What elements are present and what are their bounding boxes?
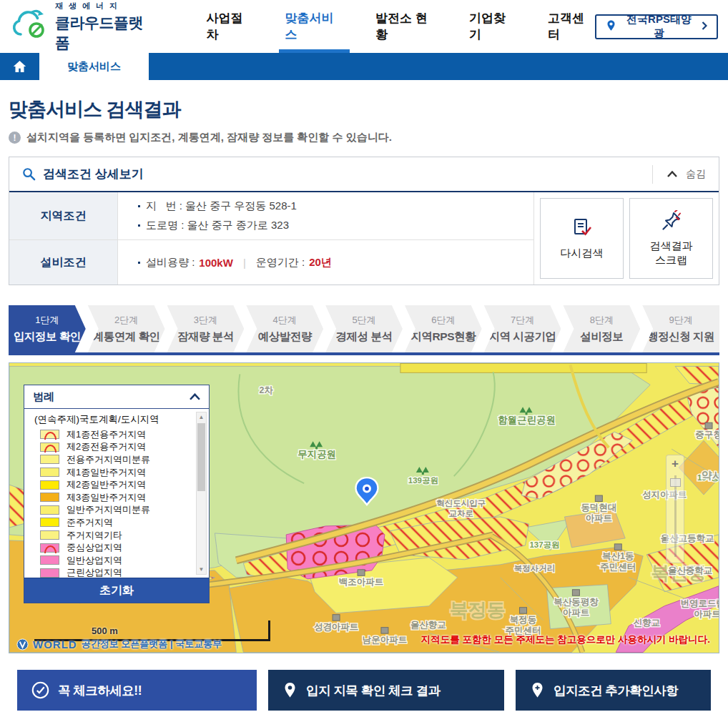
legend-item-label: 주거지역기타 [67, 529, 122, 542]
legend-item-9: 중심상업지역 [30, 541, 193, 554]
facility-line: 설비용량 : 100kW | 운영기간 : 20년 [138, 256, 526, 269]
check-reminder-panel[interactable]: 꼭 체크하세요!! [17, 670, 257, 711]
logo[interactable]: 재생에너지 클라우드플랫폼 [10, 1, 154, 53]
search-again-button[interactable]: 다시검색 [540, 198, 624, 279]
facility-condition-label: 설비조건 [9, 240, 118, 285]
svg-text:울산향교: 울산향교 [410, 620, 446, 630]
step-1[interactable]: 1단계입지정보 확인 [9, 305, 86, 352]
search-panel-title: 검색조건 상세보기 [43, 166, 144, 182]
map-zoom-control: + [666, 455, 684, 563]
legend-item-8: 주거지역기타 [30, 529, 193, 542]
legend-title: 범례 [33, 390, 190, 404]
search-actions: 다시검색 검색결과스크랩 [534, 192, 719, 285]
step-5[interactable]: 5단계경제성 분석 [325, 305, 403, 352]
scrap-result-button[interactable]: 검색결과스크랩 [629, 198, 713, 279]
svg-text:약사: 약사 [702, 469, 719, 481]
search-panel-header: 검색조건 상세보기 숨김 [9, 157, 719, 191]
svg-text:울산중학교: 울산중학교 [668, 565, 712, 575]
svg-text:아파트: 아파트 [586, 513, 612, 523]
legend-item-label: 제1종일반주거지역 [67, 466, 146, 479]
legend-item-5: 제3종일반주거지역 [30, 491, 193, 504]
legend-swatch [40, 430, 59, 439]
zoom-slider-thumb[interactable] [670, 478, 681, 487]
legend-scrollbar[interactable]: ▲ ▼ [196, 412, 207, 575]
scrollbar-thumb[interactable] [197, 423, 205, 491]
step-7[interactable]: 7단계지역 시공기업 [484, 305, 561, 352]
land-category-result-panel[interactable]: 입지 지목 확인 체크 결과 [268, 670, 504, 711]
nav-item-4[interactable]: 고객센터 [548, 0, 595, 53]
svg-text:주민센터: 주민센터 [600, 562, 636, 572]
info-icon: ! [9, 132, 21, 144]
search-icon [22, 167, 36, 181]
legend-item-11: 근린상업지역 [30, 567, 193, 578]
legend-list: 제1종전용주거지역제2종전용주거지역전용주거지역미분류제1종일반주거지역제2종일… [30, 428, 193, 578]
additional-conditions-panel[interactable]: 입지조건 추가확인사항 [516, 670, 711, 711]
legend-reset-button[interactable]: 초기화 [24, 578, 209, 603]
legend-item-10: 일반상업지역 [30, 554, 193, 567]
legend-swatch [40, 455, 59, 464]
step-2[interactable]: 2단계계통연계 확인 [88, 305, 165, 352]
legend-item-label: 전용주거지역미분류 [67, 453, 150, 466]
legend-swatch [40, 518, 59, 527]
home-button[interactable] [0, 53, 39, 80]
step-8[interactable]: 8단계설비정보 [563, 305, 640, 352]
svg-text:남운아파트: 남운아파트 [363, 635, 407, 645]
svg-text:무지공원: 무지공원 [297, 449, 336, 460]
search-condition-panel: 검색조건 상세보기 숨김 지역조건 지 번 : 울산 중구 우정동 528-1 … [9, 157, 719, 285]
step-6[interactable]: 6단계지역RPS현황 [405, 305, 482, 352]
nav-item-1[interactable]: 맞춤서비스 [285, 0, 344, 53]
region-condition-label: 지역조건 [9, 192, 118, 239]
legend-item-label: 제2종일반주거지역 [67, 478, 146, 491]
svg-text:신향교: 신향교 [634, 618, 660, 628]
svg-text:137공원: 137공원 [529, 540, 559, 549]
rps-map-button[interactable]: 전국RPS태양광 [595, 14, 718, 39]
legend-swatch [40, 568, 59, 578]
legend-swatch [40, 480, 59, 490]
nav-item-3[interactable]: 기업찾기 [469, 0, 516, 53]
page-notice-text: 설치지역을 등록하면 입지조건, 계통연계, 잠재량 정보를 확인할 수 있습니… [26, 131, 392, 144]
legend-collapse-icon[interactable] [190, 393, 200, 400]
step-9[interactable]: 9단계행정신청 지원 [642, 305, 719, 352]
legend-swatch [40, 505, 59, 515]
svg-text:2차: 2차 [260, 385, 274, 395]
logo-subtitle: 재생에너지 [55, 1, 154, 11]
scroll-down-icon[interactable]: ▼ [197, 565, 206, 574]
legend-item-0: 제1종전용주거지역 [30, 428, 193, 441]
svg-text:번영로드림파: 번영로드림파 [681, 598, 719, 608]
zoom-in-button[interactable]: + [666, 455, 684, 473]
page-title: 맞춤서비스 검색결과 [9, 97, 719, 122]
map-container[interactable]: 북정동복산동2차함월근린공원무지공원139공원154공원혁신도시입구교차로중구청… [9, 362, 719, 653]
svg-text:북정사거리: 북정사거리 [514, 564, 555, 573]
legend-panel: 범례 (연속주제)국토계획/도시지역 제1종전용주거지역제2종전용주거지역전용주… [24, 385, 210, 603]
legend-swatch [40, 493, 59, 502]
legend-item-label: 제2종전용주거지역 [67, 440, 146, 453]
search-again-label: 다시검색 [561, 246, 604, 260]
zoom-slider-track[interactable] [674, 475, 677, 557]
nav-item-0[interactable]: 사업절차 [206, 0, 253, 53]
step-3[interactable]: 3단계잠재량 분석 [167, 305, 245, 352]
pin-plus-icon [530, 681, 545, 699]
collapse-toggle[interactable]: 숨김 [652, 165, 706, 184]
vworld-brand: WORLD [33, 638, 77, 651]
breadcrumb-active-tab[interactable]: 맞춤서비스 [39, 53, 149, 80]
search-panel-title-row: 검색조건 상세보기 [22, 166, 652, 182]
legend-swatch [40, 543, 59, 553]
header: 재생에너지 클라우드플랫폼 사업절차맞춤서비스발전소 현황기업찾기고객센터 전국… [0, 0, 728, 53]
svg-text:중구청: 중구청 [695, 430, 719, 440]
map-disclaimer: 지적도를 포함한 모든 주제도는 참고용으로만 사용하시기 바랍니다. [421, 633, 710, 646]
chevron-up-icon [667, 171, 677, 177]
facility-condition-values: 설비용량 : 100kW | 운영기간 : 20년 [118, 240, 533, 285]
document-check-icon [571, 217, 593, 239]
breadcrumb-bar: 맞춤서비스 [0, 53, 728, 80]
svg-text:북정동: 북정동 [510, 615, 536, 625]
period-value: 20년 [309, 256, 332, 269]
scroll-up-icon[interactable]: ▲ [197, 412, 206, 422]
legend-item-4: 제2종일반주거지역 [30, 478, 193, 491]
step-4[interactable]: 4단계예상발전량 [246, 305, 323, 352]
legend-item-label: 근린상업지역 [67, 566, 122, 578]
svg-text:함월근린공원: 함월근린공원 [498, 415, 556, 425]
svg-text:백조아파트: 백조아파트 [339, 577, 383, 587]
nav-item-2[interactable]: 발전소 현황 [375, 0, 438, 53]
pin-icon [282, 681, 297, 699]
search-panel-body: 지역조건 지 번 : 울산 중구 우정동 528-1 도로명 : 울산 중구 종… [9, 191, 719, 285]
